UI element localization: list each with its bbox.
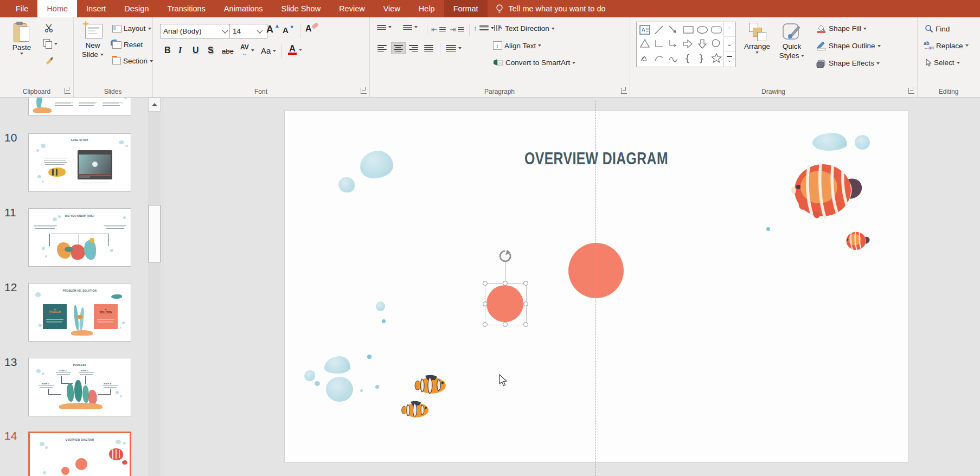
clipboard-dialog-launcher[interactable] xyxy=(65,88,71,94)
tab-home[interactable]: Home xyxy=(37,0,77,17)
font-size-chevron[interactable] xyxy=(257,27,262,33)
shapes-gallery[interactable]: A { } xyxy=(636,22,736,67)
grow-font-button[interactable]: A▲ xyxy=(266,24,281,35)
copy-button[interactable] xyxy=(43,39,57,48)
change-case-button[interactable]: Aa xyxy=(261,46,276,55)
resize-handle-s[interactable] xyxy=(503,322,508,327)
font-color-button[interactable]: A xyxy=(288,44,302,55)
strikethrough-button[interactable]: abe xyxy=(222,47,234,55)
shape-effects-button[interactable]: Shape Effects xyxy=(816,59,880,68)
tab-format[interactable]: Format xyxy=(444,0,488,17)
align-right-button[interactable] xyxy=(407,43,420,53)
align-left-button[interactable] xyxy=(376,43,388,53)
bold-button[interactable]: B xyxy=(164,46,171,55)
rotation-handle-stem xyxy=(505,262,505,283)
resize-handle-ne[interactable] xyxy=(523,281,528,286)
bullets-button[interactable] xyxy=(377,25,392,30)
text-shadow-button[interactable]: S xyxy=(208,46,214,55)
tab-transitions[interactable]: Transitions xyxy=(158,0,214,17)
gallery-more-icon[interactable]: ⌄ xyxy=(724,51,735,66)
layout-button[interactable]: Layout xyxy=(112,24,151,33)
slide-thumbnail-13[interactable]: PROCESS STEP 2 STEP 3 STEP 1 STEP 4 xyxy=(28,358,131,416)
scrollbar-up-button[interactable] xyxy=(148,98,161,112)
slide-thumbnail-12[interactable]: PROBLEM VS. SOLUTION ▲ PROBLEM ✦ SOLUTIO… xyxy=(28,283,131,342)
font-family-combo[interactable]: Arial (Body) xyxy=(160,24,233,38)
rotation-handle[interactable] xyxy=(498,249,512,263)
watercolor-blob xyxy=(326,377,353,402)
reset-button[interactable]: Reset xyxy=(112,41,143,49)
section-icon xyxy=(112,57,121,65)
tab-help[interactable]: Help xyxy=(409,0,444,17)
resize-handle-w[interactable] xyxy=(483,301,488,306)
resize-handle-sw[interactable] xyxy=(483,322,488,327)
quick-styles-button[interactable]: Quick Styles xyxy=(775,23,809,60)
align-text-button[interactable]: ↕ Align Text xyxy=(493,41,541,50)
paste-button[interactable]: Paste xyxy=(7,22,37,55)
svg-text:}: } xyxy=(699,53,704,64)
gallery-scroll[interactable]: ⌃ ⌄ ⌄ xyxy=(723,22,735,67)
text-direction-button[interactable]: A Text Direction xyxy=(493,24,555,33)
resize-handle-n[interactable] xyxy=(503,281,508,286)
slide-canvas[interactable]: OVERVIEW DIAGRAM xyxy=(284,111,908,462)
character-spacing-button[interactable]: AV↔ xyxy=(240,44,254,56)
drawing-dialog-launcher[interactable] xyxy=(908,88,914,94)
new-slide-dropdown-arrow[interactable] xyxy=(100,54,104,56)
group-paragraph-label: Paragraph xyxy=(369,88,630,95)
font-family-chevron[interactable] xyxy=(222,27,228,33)
svg-text:A: A xyxy=(642,27,645,33)
find-button[interactable]: Find xyxy=(925,24,950,33)
slide-thumbnail-14[interactable]: OVERVIEW DIAGRAM xyxy=(28,432,131,476)
font-size-combo[interactable]: 14 xyxy=(229,24,267,38)
watercolor-blob xyxy=(304,370,315,381)
select-button[interactable]: Select xyxy=(925,59,960,67)
gallery-down-icon[interactable]: ⌄ xyxy=(724,36,735,51)
resize-handle-nw[interactable] xyxy=(483,281,488,286)
gallery-up-icon[interactable]: ⌃ xyxy=(724,22,735,36)
new-slide-button[interactable]: New Slide xyxy=(76,22,109,59)
tab-slideshow[interactable]: Slide Show xyxy=(272,0,330,17)
shape-fill-button[interactable]: Shape Fill xyxy=(816,24,867,33)
decrease-indent-button[interactable]: ⇤ xyxy=(431,25,446,34)
arrange-button[interactable]: Arrange xyxy=(740,23,774,54)
resize-handle-se[interactable] xyxy=(523,322,528,327)
menu-bar: File Home Insert Design Transitions Anim… xyxy=(0,0,980,17)
paragraph-dialog-launcher[interactable] xyxy=(621,88,627,94)
slide-thumbnail-11[interactable]: DID YOU KNOW THIS? xyxy=(28,208,131,267)
numbering-button[interactable] xyxy=(403,25,418,30)
copy-icon xyxy=(43,39,52,48)
resize-handle-e[interactable] xyxy=(523,301,528,306)
format-painter-button[interactable] xyxy=(44,55,54,65)
justify-button[interactable] xyxy=(422,43,435,53)
shape-outline-button[interactable]: Shape Outline xyxy=(816,41,881,50)
cut-button[interactable] xyxy=(44,24,54,33)
clear-formatting-button[interactable]: A xyxy=(305,24,321,34)
tell-me-box[interactable]: Tell me what you want to do xyxy=(488,0,613,17)
slide-thumbnail-9-partial[interactable] xyxy=(28,98,131,115)
slide-title[interactable]: OVERVIEW DIAGRAM xyxy=(347,149,846,169)
tab-animations[interactable]: Animations xyxy=(215,0,272,17)
columns-button[interactable] xyxy=(444,43,463,53)
section-button[interactable]: Section xyxy=(112,57,153,65)
slide-thumbnail-10[interactable]: CASE STUDY xyxy=(28,133,131,192)
tab-review[interactable]: Review xyxy=(330,0,374,17)
line-spacing-button[interactable]: ↕ xyxy=(473,24,494,32)
tab-insert[interactable]: Insert xyxy=(77,0,115,17)
paste-dropdown-arrow[interactable] xyxy=(20,53,23,55)
tab-file[interactable]: File xyxy=(7,0,37,17)
shrink-font-button[interactable]: A▼ xyxy=(283,25,296,35)
font-dialog-launcher[interactable] xyxy=(361,88,367,94)
smart-guide-line xyxy=(595,101,596,476)
coral-circle-large[interactable] xyxy=(568,243,624,298)
scrollbar-thumb[interactable] xyxy=(148,205,161,262)
panel-scrollbar[interactable] xyxy=(148,98,161,476)
convert-smartart-button[interactable]: Convert to SmartArt xyxy=(493,59,575,67)
italic-button[interactable]: I xyxy=(178,46,182,55)
underline-button[interactable]: U xyxy=(193,46,199,55)
tab-view[interactable]: View xyxy=(374,0,409,17)
replace-button[interactable]: ab→ac Replace xyxy=(924,41,969,50)
increase-indent-button[interactable]: ⇥ xyxy=(450,25,464,34)
step-4-label: STEP 4 xyxy=(104,382,111,385)
tab-design[interactable]: Design xyxy=(115,0,158,17)
align-center-button[interactable] xyxy=(391,42,406,54)
copy-dropdown-arrow[interactable] xyxy=(54,43,57,45)
